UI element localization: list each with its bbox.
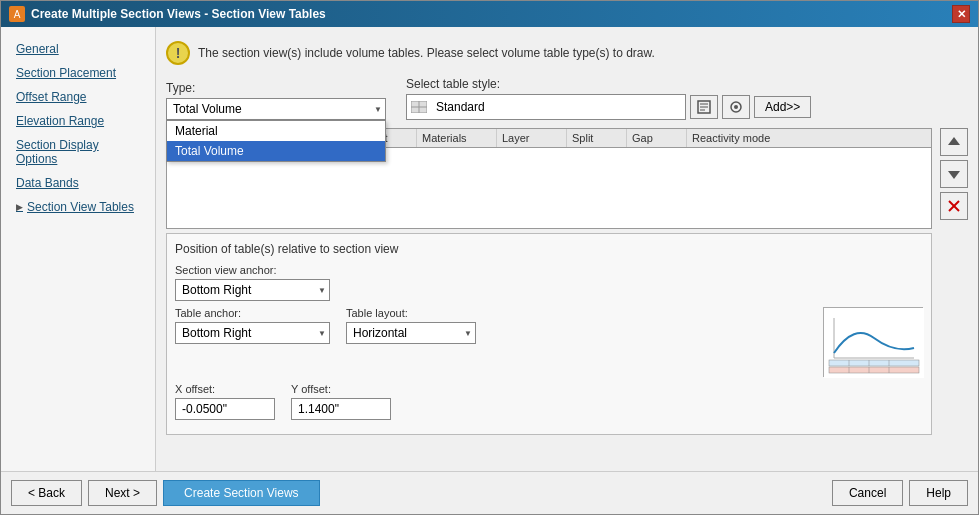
move-down-button[interactable] <box>940 160 968 188</box>
table-style-icon <box>411 101 427 113</box>
edit-icon <box>697 100 711 114</box>
type-dropdown-wrapper[interactable]: Total Volume Material <box>166 98 386 120</box>
arrow-up-icon <box>947 135 961 149</box>
table-layout-wrapper[interactable]: Horizontal Vertical <box>346 322 476 344</box>
info-icon: ! <box>166 41 190 65</box>
col-reactivity-mode: Reactivity mode <box>687 129 807 147</box>
sidebar-item-section-display-options[interactable]: Section Display Options <box>1 133 155 171</box>
dropdown-item-material[interactable]: Material <box>167 121 385 141</box>
section-view-anchor-select[interactable]: Bottom Right Bottom Left Top Right Top L… <box>175 279 330 301</box>
table-layout-select[interactable]: Horizontal Vertical <box>346 322 476 344</box>
delete-button[interactable] <box>940 192 968 220</box>
sidebar-item-section-view-tables[interactable]: Section View Tables <box>1 195 155 219</box>
col-materials: Materials <box>417 129 497 147</box>
close-button[interactable]: ✕ <box>952 5 970 23</box>
next-button[interactable]: Next > <box>88 480 157 506</box>
y-offset-label: Y offset: <box>291 383 391 395</box>
table-anchor-wrapper[interactable]: Bottom Right Bottom Left Top Right Top L… <box>175 322 330 344</box>
col-split: Split <box>567 129 627 147</box>
sidebar-item-section-placement[interactable]: Section Placement <box>1 61 155 85</box>
footer: < Back Next > Create Section Views Cance… <box>1 471 978 514</box>
style-preview-btn[interactable] <box>722 95 750 119</box>
window-title: Create Multiple Section Views - Section … <box>31 7 326 21</box>
x-offset-label: X offset: <box>175 383 275 395</box>
col-layer: Layer <box>497 129 567 147</box>
svg-rect-12 <box>829 360 919 366</box>
y-offset-input[interactable] <box>291 398 391 420</box>
table-anchor-select[interactable]: Bottom Right Bottom Left Top Right Top L… <box>175 322 330 344</box>
svg-marker-20 <box>948 137 960 145</box>
table-layout-label: Table layout: <box>346 307 476 319</box>
svg-point-8 <box>734 105 738 109</box>
type-dropdown-overlay: Material Total Volume <box>166 120 386 162</box>
sidebar: General Section Placement Offset Range E… <box>1 27 156 471</box>
title-bar: A Create Multiple Section Views - Sectio… <box>1 1 978 27</box>
section-view-anchor-label: Section view anchor: <box>175 264 330 276</box>
arrow-down-icon <box>947 167 961 181</box>
sidebar-item-offset-range[interactable]: Offset Range <box>1 85 155 109</box>
info-bar: ! The section view(s) include volume tab… <box>166 37 968 69</box>
select-table-style-label: Select table style: <box>406 77 811 91</box>
col-gap: Gap <box>627 129 687 147</box>
delete-icon <box>947 199 961 213</box>
type-label: Type: <box>166 81 386 95</box>
position-preview <box>823 307 923 377</box>
dropdown-item-total-volume[interactable]: Total Volume <box>167 141 385 161</box>
position-section: Position of table(s) relative to section… <box>166 233 932 435</box>
x-offset-input[interactable] <box>175 398 275 420</box>
style-edit-btn[interactable] <box>690 95 718 119</box>
app-icon: A <box>9 6 25 22</box>
main-panel: ! The section view(s) include volume tab… <box>156 27 978 471</box>
create-section-views-button[interactable]: Create Section Views <box>163 480 320 506</box>
table-anchor-label: Table anchor: <box>175 307 330 319</box>
svg-rect-16 <box>829 367 919 373</box>
preview-icon <box>729 100 743 114</box>
add-button[interactable]: Add>> <box>754 96 811 118</box>
sidebar-item-elevation-range[interactable]: Elevation Range <box>1 109 155 133</box>
position-title: Position of table(s) relative to section… <box>175 242 923 256</box>
table-style-select[interactable]: Standard <box>430 97 681 117</box>
help-button[interactable]: Help <box>909 480 968 506</box>
svg-marker-21 <box>948 171 960 179</box>
move-up-button[interactable] <box>940 128 968 156</box>
section-view-anchor-wrapper[interactable]: Bottom Right Bottom Left Top Right Top L… <box>175 279 330 301</box>
sidebar-item-data-bands[interactable]: Data Bands <box>1 171 155 195</box>
back-button[interactable]: < Back <box>11 480 82 506</box>
sidebar-item-general[interactable]: General <box>1 37 155 61</box>
cancel-button[interactable]: Cancel <box>832 480 903 506</box>
table-action-buttons <box>940 128 968 220</box>
info-text: The section view(s) include volume table… <box>198 46 655 60</box>
type-select[interactable]: Total Volume Material <box>166 98 386 120</box>
